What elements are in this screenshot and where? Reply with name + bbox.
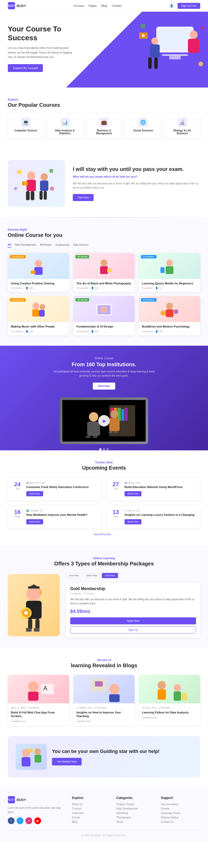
category-social[interactable]: 🌐 Social Sciences xyxy=(125,113,161,139)
pkg-tab-silver[interactable]: Silver Plan xyxy=(84,573,100,578)
course-lessons-1: 14 Lessons xyxy=(77,287,88,289)
navbar: BUSY BUSY Courses Pages Blog Contact 👤 S… xyxy=(0,0,208,12)
cat-icon-bio: 🔬 xyxy=(178,118,187,127)
facebook-icon[interactable]: f xyxy=(8,817,14,824)
hero-title: Your Course To Success xyxy=(8,25,91,42)
events-subtitle: Contact Now xyxy=(8,461,200,464)
svg-point-45 xyxy=(101,307,107,313)
instagram-icon[interactable]: in xyxy=(26,817,32,824)
footer-link-music[interactable]: Music xyxy=(117,820,156,823)
nav-pages[interactable]: Pages xyxy=(89,4,97,7)
course-thumb-4: Go Ahead xyxy=(73,296,135,322)
event-card-1[interactable]: 27 Jul 🏙 Boston, USA Build Education Web… xyxy=(106,477,200,501)
footer-link-lang[interactable]: Language Packs xyxy=(161,812,200,814)
blog-info-0: June 14, 2021 · 0 comment Build A Full W… xyxy=(8,703,69,726)
footer-link-marketing[interactable]: Marketing xyxy=(117,812,156,814)
youtube-icon[interactable]: ▶ xyxy=(34,817,41,824)
filter-eng[interactable]: Engineering xyxy=(56,242,69,248)
filter-art[interactable]: Art/History xyxy=(40,242,52,248)
apply-button[interactable]: Apply Now xyxy=(70,617,196,624)
blog-card-2[interactable]: 15 April, 2021 · 2 comment Learning Pyth… xyxy=(139,675,200,726)
course-card-3[interactable]: Customized Making Music with Other Peopl… xyxy=(8,296,69,335)
logo[interactable]: BUSY BUSY xyxy=(8,2,26,9)
event-card-0[interactable]: 24 Jul 🏙 New York, USA Consumer Food Saf… xyxy=(8,477,102,501)
oc-cta-button[interactable]: Start Now xyxy=(93,382,115,390)
event-btn-2[interactable]: Book Now xyxy=(26,519,43,524)
footer-support-list: Documentation Forums Language Packs Rele… xyxy=(161,803,200,823)
course-card-2[interactable]: Foundation Learning jQuery Mobile for Be… xyxy=(139,253,200,292)
svg-point-12 xyxy=(142,34,145,37)
hero-cta-button[interactable]: Explore By Yourself xyxy=(8,64,43,72)
course-students-5: 👤 148 xyxy=(155,330,163,333)
nav-blog[interactable]: Blog xyxy=(101,4,107,7)
oc-title: From 160 Top Institutions. xyxy=(8,362,200,368)
footer-link-photo[interactable]: Photography xyxy=(117,816,156,819)
category-computer-science[interactable]: 💻 Computer Science xyxy=(8,113,44,139)
course-card-4[interactable]: Go Ahead Fundamentals of UI Design 10 Le… xyxy=(73,296,135,335)
footer-link-forums[interactable]: Forums xyxy=(161,807,200,810)
footer-link-about[interactable]: About Us xyxy=(72,803,111,806)
pkg-tab-free[interactable]: Free Plan xyxy=(66,573,82,578)
course-badge-5: Foundation xyxy=(141,298,156,302)
footer-link-docs[interactable]: Documentation xyxy=(161,803,200,806)
event-card-3[interactable]: 13 Sep ✈ Paris in, US Insights on Learni… xyxy=(106,505,200,529)
signup-button[interactable]: Sign Up Free xyxy=(178,3,200,9)
event-btn-0[interactable]: Book Now xyxy=(26,491,43,496)
course-card-5[interactable]: Foundation Buddhism and Modern Psycholog… xyxy=(139,296,200,335)
event-date-2: 16 Aug xyxy=(12,509,23,518)
filter-web[interactable]: Web Development xyxy=(15,242,36,248)
copyright-text: © 2021 BusyBee. All Rights Reserved. xyxy=(82,834,126,837)
pkg-tab-gold[interactable]: Gold Plan xyxy=(102,573,118,578)
event-card-2[interactable]: 16 Aug 🌍 Chicago, US How Meditation Impr… xyxy=(8,505,102,529)
blog-card-1[interactable]: 17 March, 2021 · 6 comment Insights on H… xyxy=(73,675,135,726)
signup-pkg-button[interactable]: Sign Up xyxy=(70,626,196,633)
footer-link-web[interactable]: Web Development xyxy=(117,807,156,810)
footer-link-blog[interactable]: Blog xyxy=(72,820,111,823)
filter-data[interactable]: Data Science xyxy=(73,242,88,248)
svg-rect-63 xyxy=(109,418,120,431)
category-business[interactable]: 💼 Business & Management xyxy=(86,113,122,139)
footer-link-courses[interactable]: Courses xyxy=(72,807,111,810)
blog-card-0[interactable]: A June 14, 2021 · 0 comment Build A Full… xyxy=(8,675,69,726)
hero-image xyxy=(99,12,208,88)
course-info-1: The Art of Black and White Photography 1… xyxy=(73,279,135,292)
play-button[interactable] xyxy=(98,415,110,427)
filter-all[interactable]: All xyxy=(8,242,11,248)
course-meta-4: 10 Lessons 👤 321 xyxy=(77,330,131,333)
course-card-0[interactable]: Customized Using Creative Problem Solvin… xyxy=(8,253,69,292)
svg-point-30 xyxy=(35,260,42,267)
footer-link-events[interactable]: Events xyxy=(72,816,111,819)
category-data-analysis[interactable]: 📊 Data Analysis & Statistics xyxy=(47,113,83,139)
event-title-0: Consumer Food Safety Education Conferenc… xyxy=(26,485,97,489)
member-illustration xyxy=(8,574,60,636)
event-btn-1[interactable]: Book Now xyxy=(124,491,142,496)
footer-link-graphic[interactable]: Graphic Design xyxy=(117,803,156,806)
svg-rect-37 xyxy=(166,266,173,274)
view-all-events[interactable]: View All Events → xyxy=(8,533,200,536)
nav-courses[interactable]: Courses xyxy=(73,4,84,7)
cta-button[interactable]: Get Started Now xyxy=(52,758,82,766)
svg-rect-86 xyxy=(109,694,120,702)
event-btn-3[interactable]: Book Now xyxy=(124,519,142,524)
twitter-icon[interactable]: t xyxy=(17,817,23,824)
nav-links: Courses Pages Blog Contact xyxy=(73,4,122,7)
user-icon[interactable]: 👤 xyxy=(169,3,175,8)
category-biology[interactable]: 🔬 Biology & Life Sciences xyxy=(164,113,200,139)
cta-image xyxy=(16,744,47,770)
dot-1[interactable] xyxy=(99,448,101,451)
course-card-1[interactable]: Go Ahead The Art of Black and White Phot… xyxy=(73,253,135,292)
video-preview[interactable] xyxy=(60,397,148,444)
footer-link-instructors[interactable]: Instructors xyxy=(72,812,111,814)
svg-point-70 xyxy=(39,591,41,593)
blog-thumb-1 xyxy=(73,675,135,703)
footer-link-release[interactable]: Release Status xyxy=(161,816,200,819)
svg-point-28 xyxy=(50,186,54,191)
footer-link-contact[interactable]: Contact Us xyxy=(161,820,200,823)
dot-3[interactable] xyxy=(107,448,109,451)
blog-meta-2: 15 April, 2021 · 2 comment xyxy=(142,707,197,709)
banner-cta-button[interactable]: Start Now xyxy=(73,194,94,201)
nav-contact[interactable]: Contact xyxy=(112,4,122,7)
event-date-1: 27 Jul xyxy=(111,482,121,490)
blog-thumb-2 xyxy=(139,675,200,703)
dot-2[interactable] xyxy=(103,448,105,451)
